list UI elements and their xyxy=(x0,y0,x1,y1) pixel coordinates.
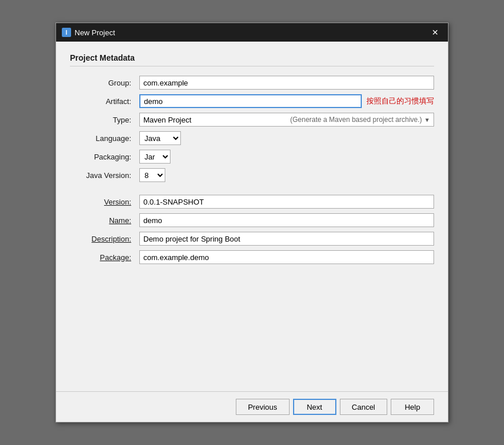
language-select[interactable]: Java Kotlin Groovy xyxy=(139,131,181,145)
group-label: Group: xyxy=(70,79,134,87)
language-label: Language: xyxy=(70,134,134,143)
annotation-text: 按照自己的习惯填写 xyxy=(366,96,434,106)
form-grid: Group: Artifact: 按照自己的习惯填写 Type: Maven P… xyxy=(70,76,434,264)
empty-area xyxy=(70,264,434,380)
java-version-select[interactable]: 8 11 17 xyxy=(139,168,165,182)
type-dropdown-arrow: ▼ xyxy=(424,117,430,123)
title-bar: I New Project ✕ xyxy=(56,23,448,42)
new-project-dialog: I New Project ✕ Project Metadata Group: … xyxy=(55,23,449,422)
packaging-select[interactable]: Jar War xyxy=(139,150,171,164)
title-bar-left: I New Project xyxy=(62,28,115,37)
group-input[interactable] xyxy=(139,76,434,90)
next-button[interactable]: Next xyxy=(293,399,336,415)
name-input[interactable] xyxy=(139,213,434,227)
dialog-content: Project Metadata Group: Artifact: 按照自己的习… xyxy=(56,42,448,391)
type-value: Maven Project xyxy=(143,116,288,124)
version-label[interactable]: Version: xyxy=(70,198,134,206)
type-select[interactable]: Maven Project (Generate a Maven based pr… xyxy=(139,113,434,127)
app-icon: I xyxy=(62,28,71,37)
package-input[interactable] xyxy=(139,250,434,264)
close-button[interactable]: ✕ xyxy=(428,27,442,38)
description-input[interactable] xyxy=(139,232,434,246)
description-label[interactable]: Description: xyxy=(70,235,134,243)
dialog-footer: Previous Next Cancel Help xyxy=(56,391,448,422)
packaging-label: Packaging: xyxy=(70,153,134,161)
package-label[interactable]: Package: xyxy=(70,253,134,262)
artifact-label: Artifact: xyxy=(70,97,134,106)
cancel-button[interactable]: Cancel xyxy=(340,399,387,415)
type-label: Type: xyxy=(70,116,134,124)
version-input[interactable] xyxy=(139,195,434,209)
previous-button[interactable]: Previous xyxy=(236,399,290,415)
type-desc: (Generate a Maven based project archive.… xyxy=(290,116,422,124)
name-label[interactable]: Name: xyxy=(70,216,134,225)
java-version-label: Java Version: xyxy=(70,171,134,180)
artifact-input[interactable] xyxy=(139,94,362,108)
help-button[interactable]: Help xyxy=(391,399,434,415)
section-title: Project Metadata xyxy=(70,53,434,66)
dialog-title: New Project xyxy=(75,28,115,37)
